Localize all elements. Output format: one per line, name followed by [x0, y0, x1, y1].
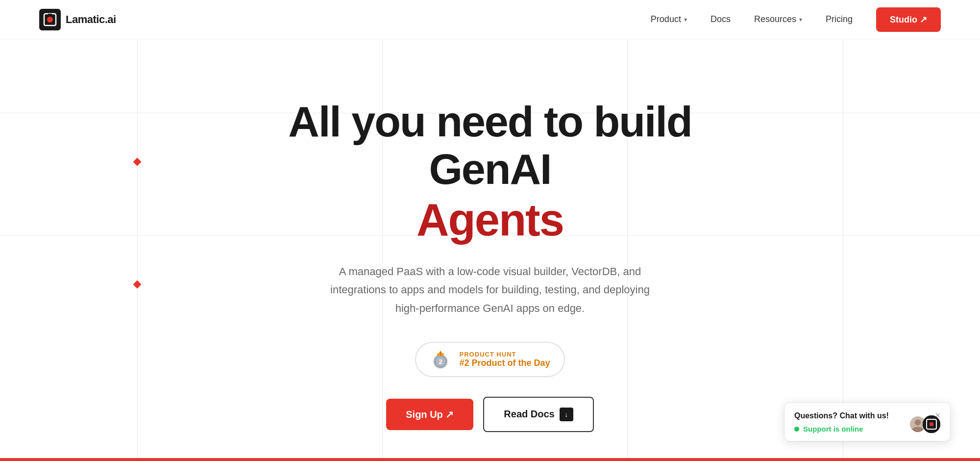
- status-online-dot: [794, 427, 799, 432]
- product-hunt-badge[interactable]: 2 PRODUCT HUNT #2 Product of the Day: [415, 342, 564, 377]
- svg-point-10: [915, 419, 921, 425]
- ph-label: PRODUCT HUNT: [459, 351, 516, 358]
- nav-product[interactable]: Product ▾: [651, 14, 687, 25]
- product-chevron-icon: ▾: [684, 16, 687, 23]
- lamatic-logo-icon: [39, 9, 61, 30]
- svg-text:2: 2: [439, 358, 442, 365]
- logo[interactable]: Lamatic.ai: [39, 9, 116, 30]
- resources-chevron-icon: ▾: [799, 16, 802, 23]
- read-docs-icon: ↓: [560, 408, 573, 421]
- svg-point-2: [47, 17, 53, 23]
- ph-text: PRODUCT HUNT #2 Product of the Day: [459, 351, 550, 368]
- chat-title: Questions? Chat with us!: [794, 411, 889, 420]
- signup-button[interactable]: Sign Up ↗: [386, 399, 473, 430]
- ph-rank: #2 Product of the Day: [459, 358, 550, 368]
- svg-point-8: [441, 353, 444, 356]
- navbar: Lamatic.ai Product ▾ Docs Resources ▾ Pr…: [0, 0, 980, 39]
- red-bottom-bar: [0, 458, 980, 461]
- cta-buttons: Sign Up ↗ Read Docs ↓: [386, 397, 593, 432]
- svg-rect-3: [48, 14, 52, 16]
- hero-title-agents: Agents: [270, 195, 710, 245]
- nav-docs[interactable]: Docs: [710, 14, 731, 25]
- nav-resources[interactable]: Resources ▾: [754, 14, 802, 25]
- logo-text: Lamatic.ai: [66, 13, 116, 26]
- chat-avatars: [909, 415, 940, 433]
- chat-widget: Questions? Chat with us! × Support is on…: [784, 402, 951, 441]
- hero-section: All you need to build GenAI Agents A man…: [0, 39, 980, 432]
- nav-links: Product ▾ Docs Resources ▾ Pricing Studi…: [651, 7, 941, 32]
- svg-point-13: [930, 422, 933, 426]
- studio-button[interactable]: Studio ↗: [876, 7, 941, 32]
- medal-icon: 2: [430, 349, 451, 370]
- hero-title: All you need to build GenAI Agents: [270, 98, 710, 245]
- hero-subtitle: A managed PaaS with a low-code visual bu…: [323, 262, 657, 317]
- read-docs-button[interactable]: Read Docs ↓: [483, 397, 593, 432]
- nav-pricing[interactable]: Pricing: [826, 14, 853, 25]
- support-status-text: Support is online: [803, 425, 863, 433]
- svg-point-7: [437, 353, 440, 356]
- lamatic-chat-avatar: [923, 415, 940, 433]
